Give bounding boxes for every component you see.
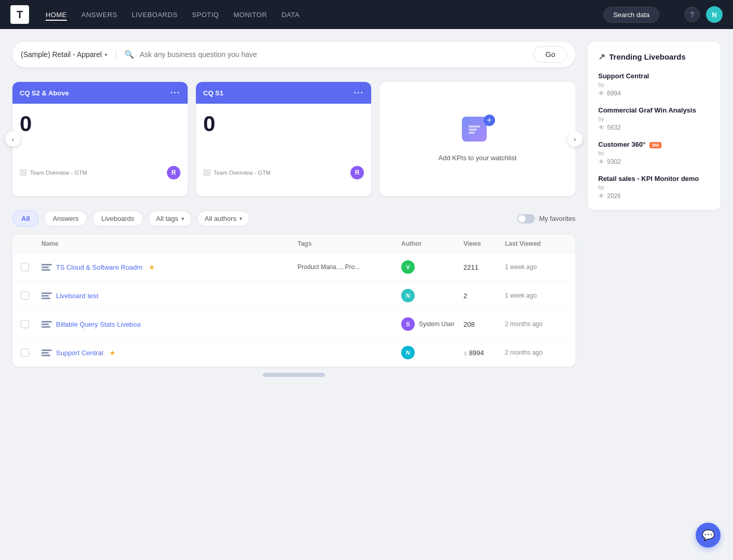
- all-tags-dropdown[interactable]: All tags ▾: [148, 211, 192, 227]
- trending-item-3[interactable]: Retail sales - KPI Monitor demo by 👁 202…: [598, 175, 710, 200]
- row-3-views: ⊻ 8994: [463, 349, 505, 357]
- table-row: Billable Query Stats Liveboa S System Us…: [12, 310, 575, 339]
- col-header-author: Author: [401, 240, 463, 247]
- trending-item-2[interactable]: Customer 360° 380 by 👁 9302: [598, 141, 710, 165]
- trending-item-3-views-count: 2026: [607, 192, 621, 200]
- row-2-author-avatar: S: [401, 317, 415, 331]
- row-3-title[interactable]: Support Central: [56, 349, 103, 357]
- trending-item-0-name: Support Central: [598, 72, 710, 80]
- trending-card: ↗ Trending Liveboards Support Central by…: [588, 41, 721, 210]
- trending-item-1[interactable]: Commercial Graf Win Analysis by 👁 5632: [598, 106, 710, 131]
- row-3-views-count: 8994: [469, 349, 484, 357]
- row-0-author-avatar: V: [401, 260, 415, 274]
- trending-item-2-name: Customer 360° 380: [598, 141, 710, 148]
- row-3-star-icon[interactable]: ★: [109, 349, 116, 357]
- kpi-source-icon-1: [203, 169, 210, 176]
- all-tags-chevron-icon: ▾: [181, 216, 184, 221]
- go-button[interactable]: Go: [533, 46, 567, 63]
- col-header-views: Views: [463, 240, 505, 247]
- svg-rect-1: [469, 129, 477, 131]
- eye-icon: 👁: [598, 124, 604, 131]
- all-authors-chevron-icon: ▾: [239, 216, 242, 221]
- trending-item-2-views-count: 9302: [607, 158, 621, 165]
- kpi-card-1: CQ S1 ··· 0 Team Overview - GTM R: [196, 82, 371, 196]
- row-0-views: 2211: [463, 263, 505, 271]
- col-header-last-viewed: Last viewed: [505, 240, 567, 247]
- table-header: Name Tags Author Views Last viewed: [12, 235, 575, 253]
- row-2-name: Billable Query Stats Liveboa: [41, 320, 298, 328]
- logo[interactable]: T: [10, 5, 29, 24]
- kpi-source-label-1: Team Overview - GTM: [214, 170, 271, 176]
- kpi-footer-1: Team Overview - GTM R: [203, 160, 364, 179]
- row-1-checkbox[interactable]: [21, 291, 41, 300]
- filter-row: All Answers Liveboards All tags ▾ All au…: [12, 211, 575, 227]
- trending-icon: ↗: [598, 52, 605, 62]
- search-input-wrap: 🔍: [116, 50, 533, 59]
- kpi-prev-arrow[interactable]: ‹: [5, 131, 21, 147]
- my-favorites-toggle[interactable]: My favorites: [517, 214, 575, 223]
- content-table: Name Tags Author Views Last viewed TS Cl…: [12, 235, 575, 367]
- svg-rect-2: [469, 132, 475, 134]
- nav-link-liveboards[interactable]: LIVEBOARDS: [132, 9, 177, 21]
- search-input[interactable]: [139, 50, 525, 59]
- row-0-star-icon[interactable]: ★: [149, 263, 155, 271]
- svg-rect-0: [469, 125, 480, 128]
- nav-link-home[interactable]: HOME: [46, 9, 67, 21]
- add-kpi-label: Add KPIs to your watchlist: [438, 154, 516, 162]
- trending-item-0-by: by: [598, 81, 710, 88]
- nav-link-spotiq[interactable]: SPOTIQ: [192, 9, 219, 21]
- row-0-title[interactable]: TS Cloud & Software Roadm: [56, 263, 143, 271]
- row-2-author-name: System User: [419, 320, 455, 328]
- row-3-author-avatar: N: [401, 346, 415, 359]
- all-authors-dropdown[interactable]: All authors ▾: [197, 211, 250, 227]
- trending-item-1-views-count: 5632: [607, 124, 621, 131]
- trending-item-1-by: by: [598, 116, 710, 122]
- liveboard-icon: [41, 321, 52, 328]
- left-content: (Sample) Retail - Apparel ▾ 🔍 Go ‹ CQ S2…: [12, 41, 575, 377]
- kpi-card-0: CQ S2 & Above ··· 0 Team Overview - GTM …: [12, 82, 188, 196]
- trending-title: ↗ Trending Liveboards: [598, 52, 710, 62]
- help-button[interactable]: ?: [684, 7, 700, 22]
- eye-icon: 👁: [598, 90, 604, 97]
- row-1-title[interactable]: Liveboard test: [56, 292, 98, 300]
- datasource-selector[interactable]: (Sample) Retail - Apparel ▾: [21, 50, 116, 59]
- chat-button[interactable]: 💬: [696, 523, 721, 548]
- trending-item-2-views: 👁 9302: [598, 158, 710, 165]
- row-0-last-viewed: 1 week ago: [505, 263, 567, 271]
- right-sidebar: ↗ Trending Liveboards Support Central by…: [575, 41, 721, 377]
- kpi-next-arrow[interactable]: ›: [567, 131, 583, 147]
- bottom-scrollbar[interactable]: [263, 373, 325, 377]
- row-2-checkbox[interactable]: [21, 320, 41, 328]
- filter-tab-all[interactable]: All: [12, 211, 39, 227]
- search-data-button[interactable]: Search data: [603, 7, 659, 23]
- filter-tab-answers[interactable]: Answers: [44, 211, 88, 227]
- trending-title-text: Trending Liveboards: [609, 52, 686, 61]
- all-authors-label: All authors: [205, 215, 236, 222]
- row-2-title[interactable]: Billable Query Stats Liveboa: [56, 320, 140, 328]
- row-3-checkbox[interactable]: [21, 348, 41, 357]
- kpi-card-menu-0[interactable]: ···: [171, 88, 180, 97]
- nav-link-monitor[interactable]: MONITOR: [233, 9, 267, 21]
- nav-link-answers[interactable]: ANSWERS: [81, 9, 117, 21]
- row-0-checkbox[interactable]: [21, 263, 41, 271]
- kpi-card-title-0: CQ S2 & Above: [20, 89, 69, 97]
- add-kpi-card[interactable]: + Add KPIs to your watchlist: [379, 82, 575, 196]
- kpi-value-1: 0: [203, 112, 364, 136]
- kpi-author-1: R: [350, 166, 364, 179]
- user-avatar[interactable]: N: [706, 6, 723, 23]
- chat-icon: 💬: [702, 529, 715, 541]
- trending-item-0-views-count: 8994: [607, 90, 621, 97]
- my-favorites-label: My favorites: [539, 215, 575, 222]
- search-icon: 🔍: [124, 50, 134, 59]
- kpi-card-body-1: 0 Team Overview - GTM R: [196, 104, 371, 187]
- trending-item-1-name: Commercial Graf Win Analysis: [598, 106, 710, 114]
- row-3-last-viewed: 2 months ago: [505, 349, 567, 356]
- trending-item-0[interactable]: Support Central by 👁 8994: [598, 72, 710, 97]
- filter-tab-liveboards[interactable]: Liveboards: [92, 211, 143, 227]
- kpi-row: ‹ CQ S2 & Above ··· 0 Team Overview - GT…: [12, 82, 575, 196]
- nav-link-data[interactable]: DATA: [281, 9, 300, 21]
- trending-item-1-views: 👁 5632: [598, 124, 710, 131]
- col-header-name: Name: [41, 240, 298, 247]
- row-0-tags: Product Mana..., Pro...: [298, 263, 401, 271]
- kpi-card-menu-1[interactable]: ···: [354, 88, 364, 97]
